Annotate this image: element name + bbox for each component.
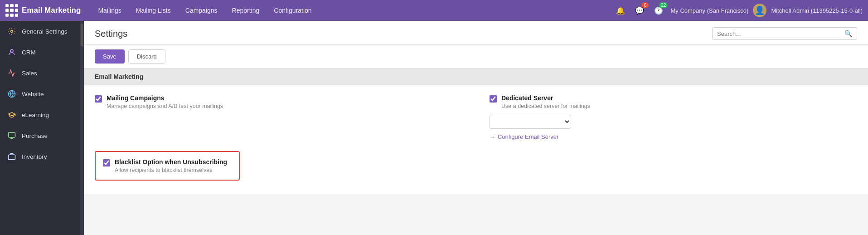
bell-icon: 🔔 (616, 6, 625, 15)
settings-header: Settings 🔍 (84, 21, 868, 45)
toolbar: Save Discard (84, 45, 868, 69)
blacklist-checkbox-wrapper (103, 159, 110, 168)
mailing-campaigns-checkbox-wrapper (95, 95, 102, 104)
nav-configuration[interactable]: Configuration (267, 3, 318, 18)
dedicated-server-checkbox[interactable] (490, 95, 497, 103)
nav-reporting[interactable]: Reporting (226, 3, 266, 18)
blacklist-checkbox[interactable] (103, 159, 110, 166)
sidebar-item-purchase[interactable]: Purchase (0, 125, 84, 146)
sales-icon (7, 69, 16, 78)
sidebar-item-label-general: General Settings (22, 28, 77, 35)
inventory-icon (7, 152, 16, 161)
blacklist-title: Blacklist Option when Unsubscribing (115, 158, 232, 166)
sidebar-item-crm[interactable]: CRM (0, 42, 84, 63)
company-name[interactable]: My Company (San Francisco) (670, 7, 748, 14)
content-area: Settings 🔍 Save Discard Email Marketing (84, 21, 868, 235)
mailing-campaigns-option: Mailing Campaigns Manage campaigns and A… (95, 94, 462, 109)
blacklist-option-box: Blacklist Option when Unsubscribing Allo… (95, 151, 240, 181)
sidebar-item-general-settings[interactable]: General Settings (0, 21, 84, 42)
sidebar-item-sales[interactable]: Sales (0, 63, 84, 83)
notification-bell-button[interactable]: 🔔 (613, 3, 628, 18)
sidebar-item-label-inventory: Inventory (22, 153, 77, 160)
navbar: Email Marketing Mailings Mailing Lists C… (0, 0, 868, 21)
brand[interactable]: Email Marketing (5, 4, 81, 17)
dedicated-server-title: Dedicated Server (501, 94, 857, 102)
configure-link-label: Configure Email Server (498, 133, 558, 140)
nav-mailing-lists[interactable]: Mailing Lists (130, 3, 177, 18)
brand-title: Email Marketing (22, 6, 81, 15)
mailing-campaigns-checkbox[interactable] (95, 95, 102, 103)
activities-badge: 22 (659, 2, 668, 8)
svg-point-1 (10, 49, 13, 52)
dedicated-server-desc: Use a dedicated server for mailings (501, 103, 857, 109)
server-select[interactable] (490, 115, 571, 129)
dedicated-server-area: Dedicated Server Use a dedicated server … (490, 94, 857, 140)
blacklist-desc: Allow recipients to blacklist themselves (115, 167, 232, 173)
website-icon (7, 89, 16, 98)
mailing-campaigns-desc: Manage campaigns and A/B test your maili… (107, 103, 462, 109)
messages-button[interactable]: 💬 6 (632, 3, 647, 18)
dedicated-server-checkbox-wrapper (490, 95, 497, 104)
messages-badge: 6 (641, 2, 649, 8)
gear-icon (7, 27, 16, 36)
configure-email-server-link[interactable]: → Configure Email Server (490, 133, 857, 140)
sidebar-item-label-elearning: eLearning (22, 112, 77, 118)
user-avatar[interactable]: 👤 (753, 4, 766, 17)
arrow-icon: → (490, 133, 495, 140)
svg-rect-7 (9, 155, 15, 160)
blacklist-row: Blacklist Option when Unsubscribing Allo… (95, 151, 857, 181)
sidebar-item-label-sales: Sales (22, 70, 77, 77)
save-button[interactable]: Save (95, 49, 125, 64)
server-select-row (490, 115, 857, 129)
main-layout: General Settings CRM Sales (0, 21, 868, 235)
dedicated-server-text: Dedicated Server Use a dedicated server … (501, 94, 857, 109)
mailing-campaigns-text: Mailing Campaigns Manage campaigns and A… (107, 94, 462, 109)
purchase-icon (7, 131, 16, 140)
user-name[interactable]: Mitchell Admin (11395225-15-0-all) (771, 7, 863, 14)
sidebar-item-elearning[interactable]: eLearning (0, 104, 84, 125)
navbar-menu: Mailings Mailing Lists Campaigns Reporti… (92, 3, 613, 18)
crm-icon (7, 48, 16, 57)
svg-point-0 (11, 30, 13, 33)
sidebar-item-label-crm: CRM (22, 49, 77, 56)
search-icon: 🔍 (844, 30, 852, 37)
navbar-right: 🔔 💬 6 🕐 22 My Company (San Francisco) 👤 … (613, 3, 863, 18)
section-header: Email Marketing (84, 69, 868, 85)
brand-icon (5, 4, 18, 17)
section-body: Mailing Campaigns Manage campaigns and A… (84, 85, 868, 194)
svg-rect-4 (9, 132, 15, 137)
discard-button[interactable]: Discard (128, 49, 165, 64)
sidebar-item-inventory[interactable]: Inventory (0, 146, 84, 167)
nav-campaigns[interactable]: Campaigns (179, 3, 224, 18)
search-bar: 🔍 (712, 27, 857, 40)
sidebar-item-label-purchase: Purchase (22, 132, 77, 139)
activities-button[interactable]: 🕐 22 (651, 3, 666, 18)
elearning-icon (7, 110, 16, 119)
dedicated-server-option: Dedicated Server Use a dedicated server … (490, 94, 857, 109)
search-input[interactable] (717, 30, 844, 37)
sidebar-item-label-website: Website (22, 91, 77, 98)
blacklist-text: Blacklist Option when Unsubscribing Allo… (115, 158, 232, 173)
settings-content: Email Marketing Mailing Campaigns Manage… (84, 69, 868, 235)
page-title: Settings (95, 29, 127, 39)
mailing-campaigns-title: Mailing Campaigns (107, 94, 462, 102)
nav-mailings[interactable]: Mailings (92, 3, 127, 18)
sidebar: General Settings CRM Sales (0, 21, 84, 235)
sidebar-item-website[interactable]: Website (0, 83, 84, 104)
settings-top-row: Mailing Campaigns Manage campaigns and A… (95, 94, 857, 140)
